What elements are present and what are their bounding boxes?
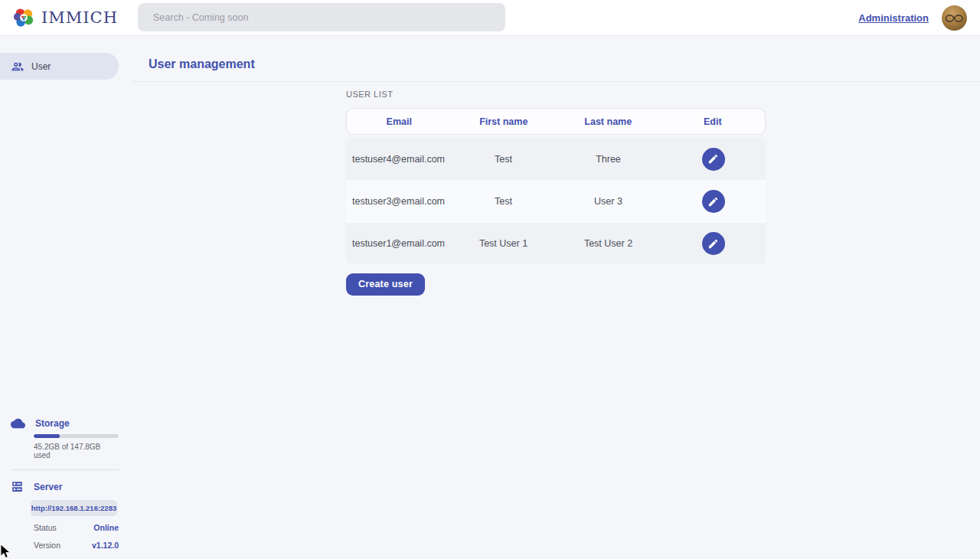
immich-admin-app: IMMICH Search - Coming soon Administrati… bbox=[0, 0, 980, 559]
storage-progress-fill bbox=[34, 434, 60, 438]
user-email: testuser3@email.com bbox=[346, 196, 451, 207]
user-first-name: Test bbox=[451, 196, 556, 207]
storage-progress-bar bbox=[34, 434, 119, 438]
storage-usage-text: 45.2GB of 147.8GB used bbox=[34, 443, 119, 459]
glasses-photo-detail bbox=[945, 14, 964, 23]
status-value: Online bbox=[93, 523, 119, 532]
user-last-name: Test User 2 bbox=[556, 238, 661, 249]
user-table: Email First name Last name Edit testuser… bbox=[346, 108, 766, 264]
cloud-icon bbox=[11, 418, 25, 429]
table-row: testuser3@email.com Test User 3 bbox=[346, 180, 766, 222]
create-user-button[interactable]: Create user bbox=[346, 273, 425, 296]
sidebar-status-panel: Storage 45.2GB of 147.8GB used Server ht… bbox=[0, 418, 119, 551]
column-header-last-name: Last name bbox=[556, 116, 661, 127]
table-row: testuser4@email.com Test Three bbox=[346, 138, 766, 180]
user-avatar[interactable] bbox=[942, 5, 967, 31]
immich-flower-icon bbox=[12, 6, 36, 30]
sidebar-item-user[interactable]: User bbox=[0, 53, 119, 80]
app-title: IMMICH bbox=[41, 8, 118, 27]
column-header-edit: Edit bbox=[661, 116, 766, 127]
user-last-name: Three bbox=[556, 154, 661, 165]
table-header-row: Email First name Last name Edit bbox=[346, 108, 766, 135]
server-version-row: Version v1.12.0 bbox=[34, 538, 119, 551]
sidebar-divider bbox=[11, 469, 119, 470]
version-label: Version bbox=[34, 541, 60, 550]
administration-link[interactable]: Administration bbox=[858, 12, 929, 24]
user-email: testuser4@email.com bbox=[346, 154, 451, 165]
page-title: User management bbox=[149, 57, 255, 71]
user-first-name: Test User 1 bbox=[451, 238, 556, 249]
sidebar: User Storage 45.2GB of 147.8GB used bbox=[0, 36, 119, 559]
topbar: IMMICH Search - Coming soon Administrati… bbox=[0, 0, 980, 36]
sidebar-item-label: User bbox=[31, 61, 51, 72]
pencil-icon bbox=[707, 196, 719, 208]
server-title: Server bbox=[34, 482, 62, 492]
pencil-icon bbox=[707, 238, 719, 250]
server-url: http://192.168.1.216:2283 bbox=[31, 504, 116, 512]
page-divider bbox=[132, 81, 980, 82]
server-section-header: Server bbox=[0, 480, 119, 493]
edit-user-button[interactable] bbox=[702, 232, 725, 255]
storage-title: Storage bbox=[35, 418, 70, 429]
server-icon bbox=[11, 480, 24, 493]
user-list-label: USER LIST bbox=[346, 90, 393, 99]
pencil-icon bbox=[707, 153, 719, 165]
user-first-name: Test bbox=[451, 154, 556, 165]
status-label: Status bbox=[34, 523, 57, 532]
topbar-right: Administration bbox=[858, 0, 967, 36]
storage-section-header: Storage bbox=[0, 418, 119, 429]
column-header-first-name: First name bbox=[452, 116, 557, 127]
edit-user-button[interactable] bbox=[702, 190, 725, 213]
search-placeholder: Search - Coming soon bbox=[153, 12, 248, 23]
search-input[interactable]: Search - Coming soon bbox=[138, 3, 505, 31]
app-logo[interactable]: IMMICH bbox=[0, 6, 118, 30]
main-content: User management USER LIST Email First na… bbox=[119, 36, 980, 559]
version-value: v1.12.0 bbox=[92, 541, 119, 550]
table-row: testuser1@email.com Test User 1 Test Use… bbox=[346, 222, 766, 264]
column-header-email: Email bbox=[347, 116, 452, 127]
server-status-row: Status Online bbox=[34, 521, 119, 534]
user-email: testuser1@email.com bbox=[346, 238, 451, 249]
edit-user-button[interactable] bbox=[702, 148, 725, 171]
user-last-name: User 3 bbox=[556, 196, 661, 207]
server-url-pill: http://192.168.1.216:2283 bbox=[31, 500, 117, 516]
users-group-icon bbox=[11, 60, 24, 74]
